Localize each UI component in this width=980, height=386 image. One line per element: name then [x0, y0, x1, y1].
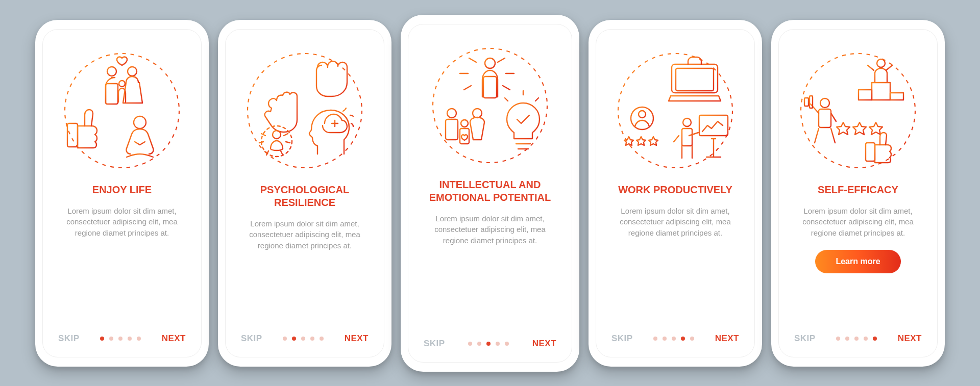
page-dot[interactable] [672, 337, 676, 341]
skip-button[interactable]: SKIP [241, 333, 262, 344]
svg-rect-14 [446, 119, 458, 140]
self-efficacy-icon [794, 47, 922, 174]
skip-button[interactable]: SKIP [794, 333, 816, 344]
svg-rect-32 [819, 109, 831, 127]
svg-point-13 [447, 109, 456, 118]
page-dot[interactable] [109, 337, 113, 341]
svg-rect-28 [872, 83, 890, 100]
page-dot[interactable] [836, 337, 840, 341]
svg-rect-12 [483, 76, 497, 98]
page-dot[interactable] [864, 337, 868, 341]
next-button[interactable]: NEXT [715, 333, 739, 344]
screen-description: Lorem ipsum dolor sit dim amet, consecte… [794, 205, 922, 239]
page-dot[interactable] [468, 342, 472, 346]
screen-description: Lorem ipsum dolor sit dim amet, consecte… [58, 205, 186, 239]
page-dot[interactable] [653, 337, 657, 341]
svg-point-26 [801, 54, 915, 168]
page-dot[interactable] [118, 337, 122, 341]
svg-point-23 [683, 118, 691, 126]
psychological-resilience-icon [241, 47, 369, 174]
page-dot[interactable] [477, 342, 481, 346]
onboarding-footer: SKIP NEXT [241, 333, 369, 344]
page-dot[interactable] [486, 342, 491, 346]
svg-point-15 [473, 109, 482, 118]
svg-point-3 [128, 67, 137, 76]
skip-button[interactable]: SKIP [611, 333, 633, 344]
onboarding-screen: Work Productively Lorem ipsum dolor sit … [596, 29, 755, 357]
next-button[interactable]: NEXT [345, 333, 369, 344]
screen-title: Enjoy Life [92, 184, 152, 196]
screen-title: Work Productively [618, 184, 732, 196]
page-dot[interactable] [137, 337, 141, 341]
screen-title: Intellectual and Emotional Potential [424, 178, 556, 204]
screen-description: Lorem ipsum dolor sit dim amet, consecte… [241, 218, 369, 251]
onboarding-screen: Self-Efficacy Lorem ipsum dolor sit dim … [778, 29, 938, 357]
svg-point-0 [65, 54, 179, 168]
svg-rect-30 [890, 93, 903, 100]
page-dot[interactable] [283, 337, 287, 341]
intellectual-emotional-icon [426, 42, 554, 169]
page-dot[interactable] [873, 337, 877, 341]
onboarding-phone-1: Enjoy Life Lorem ipsum dolor sit dim ame… [35, 20, 209, 367]
onboarding-screen: Enjoy Life Lorem ipsum dolor sit dim ame… [42, 29, 202, 357]
learn-more-button[interactable]: Learn more [815, 250, 900, 273]
onboarding-phone-5: Self-Efficacy Lorem ipsum dolor sit dim … [771, 20, 945, 367]
onboarding-footer: SKIP NEXT [794, 333, 922, 344]
enjoy-life-icon [58, 47, 186, 174]
onboarding-phone-2: Psychological Resilience Lorem ipsum dol… [218, 20, 391, 367]
page-dot[interactable] [663, 337, 667, 341]
page-dot[interactable] [128, 337, 132, 341]
page-indicator [468, 342, 509, 346]
svg-rect-5 [67, 123, 78, 147]
svg-point-4 [119, 81, 125, 87]
page-dot[interactable] [681, 337, 685, 341]
page-dot[interactable] [301, 337, 305, 341]
svg-point-31 [820, 98, 829, 108]
svg-point-6 [134, 116, 146, 128]
page-dot[interactable] [505, 342, 509, 346]
svg-point-27 [877, 59, 885, 67]
page-dot[interactable] [690, 337, 694, 341]
skip-button[interactable]: SKIP [58, 333, 80, 344]
work-productively-icon [611, 47, 739, 174]
svg-point-9 [273, 131, 281, 139]
onboarding-screen: Psychological Resilience Lorem ipsum dol… [225, 29, 384, 357]
screen-title: Self-Efficacy [818, 184, 898, 196]
page-dot[interactable] [292, 337, 296, 341]
next-button[interactable]: NEXT [532, 339, 556, 349]
svg-rect-24 [682, 128, 692, 146]
svg-rect-20 [676, 68, 714, 91]
onboarding-footer: SKIP NEXT [58, 333, 186, 344]
screen-description: Lorem ipsum dolor sit dim amet, consecte… [426, 213, 554, 246]
page-dot[interactable] [854, 337, 859, 341]
svg-rect-29 [859, 90, 872, 100]
page-dot[interactable] [100, 337, 104, 341]
svg-point-10 [433, 48, 547, 163]
onboarding-phone-3: Intellectual and Emotional Potential Lor… [401, 15, 579, 372]
svg-rect-34 [810, 96, 813, 108]
svg-rect-35 [866, 143, 875, 161]
svg-rect-33 [804, 98, 808, 106]
svg-point-22 [639, 111, 646, 118]
page-indicator [100, 337, 141, 341]
svg-rect-2 [106, 84, 118, 104]
page-dot[interactable] [320, 337, 324, 341]
page-dot[interactable] [310, 337, 314, 341]
onboarding-screen: Intellectual and Emotional Potential Lor… [408, 24, 572, 363]
next-button[interactable]: NEXT [162, 333, 186, 344]
page-indicator [283, 337, 324, 341]
onboarding-footer: SKIP NEXT [611, 333, 739, 344]
page-indicator [836, 337, 877, 341]
page-indicator [653, 337, 694, 341]
page-dot[interactable] [845, 337, 849, 341]
svg-point-16 [461, 120, 468, 127]
svg-point-11 [485, 58, 495, 68]
page-dot[interactable] [496, 342, 500, 346]
skip-button[interactable]: SKIP [424, 339, 445, 349]
screen-title: Psychological Resilience [238, 184, 371, 209]
onboarding-footer: SKIP NEXT [424, 339, 556, 349]
screen-description: Lorem ipsum dolor sit dim amet, consecte… [611, 205, 739, 239]
svg-point-1 [107, 67, 116, 76]
onboarding-phone-4: Work Productively Lorem ipsum dolor sit … [589, 20, 762, 367]
next-button[interactable]: NEXT [898, 333, 922, 344]
